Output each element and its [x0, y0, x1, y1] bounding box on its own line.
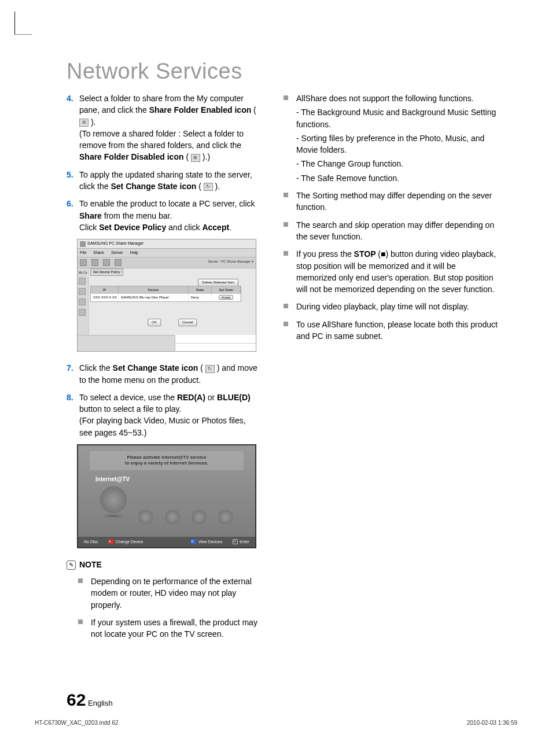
step-7: 7. Click the Set Change State icon ( ↻ )…	[67, 362, 257, 386]
toolbar-icon[interactable]	[80, 259, 87, 266]
sidebar-icon[interactable]	[79, 288, 86, 295]
menu-help[interactable]: Help	[130, 250, 138, 256]
menu-file[interactable]: File	[80, 250, 86, 256]
footer-meta: HT-C6730W_XAC_0203.indd 62 2010-02-03 1:…	[35, 718, 517, 727]
sidebar: My Co	[78, 268, 89, 344]
sub-item: - The Change Group function.	[296, 158, 498, 169]
step-body: To select a device, use the RED(A) or BL…	[79, 392, 257, 438]
menu-server[interactable]: Server	[111, 250, 123, 256]
sidebar-icon[interactable]	[79, 298, 86, 305]
set-device-policy-dropdown[interactable]: Set Device Policy	[90, 268, 123, 276]
text: Change Device	[116, 539, 143, 545]
text: and click	[166, 223, 202, 232]
toolbar-icon[interactable]	[91, 259, 98, 266]
crop-mark	[14, 12, 32, 35]
bullet-item: To use AllShare function, please locate …	[284, 319, 498, 342]
device-table: IP Device State Set State XXX.XXX.X.XX S…	[90, 286, 241, 302]
service-icon[interactable]	[100, 486, 127, 514]
right-column: AllShare does not support the following …	[284, 93, 498, 646]
service-icon[interactable]	[164, 509, 181, 525]
content: 4. Select a folder to share from the My …	[67, 93, 518, 646]
note-icon: ✎	[67, 560, 76, 570]
text: (For playing back Video, Music or Photos…	[79, 416, 246, 437]
toolbar-icon[interactable]	[115, 259, 122, 266]
view-devices-hint: DView Devices	[191, 539, 222, 545]
key-a-icon: A	[109, 539, 114, 544]
dialog-panel: Set Device Policy Delete Selected Item I…	[89, 268, 256, 344]
menu-bar: File Share Server Help	[78, 249, 256, 258]
window-title: SAMSUNG PC Share Manager	[87, 241, 143, 247]
step-number: 4.	[67, 93, 79, 163]
step-body: Click the Set Change State icon ( ↻ ) an…	[79, 362, 257, 386]
step-number: 8.	[67, 392, 79, 438]
step-body: Select a folder to share from the My com…	[79, 93, 257, 163]
table-row: XXX.XXX.X.XX SAMSUNG Blu-ray Disc Player…	[91, 294, 241, 301]
text: To select a device, use the	[79, 393, 177, 402]
bullet-icon	[284, 95, 288, 100]
server-selector[interactable]: Server : PC Share Manager ▾	[208, 259, 253, 264]
text-bold: Share Folder Disabled icon	[79, 152, 184, 161]
sub-item: - The Background Music and Background Mu…	[296, 106, 498, 130]
text: or	[205, 393, 217, 402]
ok-button[interactable]: OK	[148, 319, 161, 326]
step-number: 7.	[67, 362, 79, 386]
bullet-item: AllShare does not support the following …	[284, 93, 498, 184]
text: No Disc	[84, 539, 98, 545]
sidebar-icon[interactable]	[79, 278, 86, 285]
page-title: Network Services	[67, 55, 242, 88]
text: Click the	[79, 363, 113, 373]
share-disabled-icon: ⊠	[191, 154, 200, 162]
sub-item: - Sorting files by preference in the Pho…	[296, 132, 498, 156]
bullet-body: AllShare does not support the following …	[296, 93, 498, 184]
key-enter-icon: ⏎	[233, 539, 238, 544]
td-ip: XXX.XXX.X.XX	[91, 294, 119, 301]
bullet-text: The search and skip operation may differ…	[296, 219, 498, 243]
step-number: 6.	[67, 198, 79, 233]
bullet-body: If you press the STOP (■) button during …	[296, 248, 498, 295]
menu-share[interactable]: Share	[93, 250, 104, 256]
bullet-icon	[284, 222, 288, 227]
note-header: ✎ NOTE	[67, 559, 257, 571]
text-bold: BLUE(D)	[217, 393, 251, 402]
service-icons	[78, 492, 255, 525]
text-bold: Set Change State icon	[111, 182, 196, 191]
set-change-state-icon: ↻	[205, 365, 215, 373]
bullet-item: During video playback, play time will no…	[284, 301, 498, 312]
share-enabled-icon: ⊞	[79, 119, 89, 127]
note-text: If your system uses a firewall, the prod…	[91, 617, 257, 640]
step-number: 5.	[67, 169, 79, 193]
bottom-bar: No Disc AChange Device DView Devices ⏎En…	[78, 537, 255, 548]
dialog-buttons: OK Cancel	[148, 319, 197, 326]
th-device: Device	[119, 286, 189, 294]
service-icon[interactable]	[191, 509, 207, 525]
toolbar-icon[interactable]	[103, 259, 110, 266]
note-bullet: If your system uses a firewall, the prod…	[78, 617, 257, 640]
set-change-state-icon: ↻	[204, 183, 213, 191]
step-5: 5. To apply the updated sharing state to…	[67, 169, 257, 193]
service-icon[interactable]	[218, 509, 234, 525]
sidebar-icon[interactable]	[79, 309, 86, 316]
bullet-text: The Sorting method may differ depending …	[296, 190, 498, 213]
service-icon[interactable]	[138, 509, 154, 525]
note-label: NOTE	[79, 559, 102, 571]
change-device-hint: AChange Device	[109, 539, 143, 545]
text-bold: Accept	[202, 223, 229, 232]
page-number-value: 62	[67, 690, 86, 709]
timestamp: 2010-02-03 1:36:59	[467, 718, 517, 727]
text: ).	[89, 117, 95, 127]
th-setstate: Set State	[212, 286, 241, 294]
text: Enter	[240, 539, 249, 545]
table-header: IP Device State Set State	[91, 286, 241, 294]
cancel-button[interactable]: Cancel	[178, 319, 197, 326]
accept-button[interactable]: Accept	[219, 295, 233, 300]
text: .	[229, 223, 231, 232]
bullet-icon	[284, 304, 288, 308]
text: ).	[213, 182, 220, 191]
text: Click	[79, 223, 99, 232]
note-bullet: Depending on te performance of the exter…	[78, 576, 257, 611]
toolbar: Server : PC Share Manager ▾	[78, 257, 256, 268]
bullet-icon	[78, 578, 83, 583]
banner-line: Please activate Internet@TV service	[93, 455, 240, 460]
bullet-text: To use AllShare function, please locate …	[296, 319, 498, 342]
sub-item: - The Safe Remove function.	[296, 172, 498, 184]
